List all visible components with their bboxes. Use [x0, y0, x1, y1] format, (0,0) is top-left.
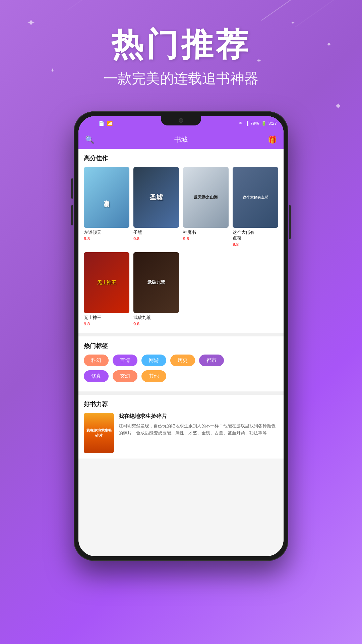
phone-wrapper: 📄 📶 👁 ▐ 79% 🔋 3:27 🔍 书城 🎁: [0, 111, 362, 561]
book-name-1: 圣墟: [133, 230, 179, 235]
search-button[interactable]: 🔍: [85, 136, 94, 144]
divider-1: [78, 333, 284, 336]
battery-percent: 79%: [250, 121, 259, 126]
book-cover-img-1: 圣墟: [133, 167, 179, 228]
tag-scifi[interactable]: 科幻: [84, 355, 109, 366]
book-list-info-0: 我在绝地求生捡碎片 江司明突然发现，自己玩的绝地求生跟别人的不一样！他能在游戏里…: [119, 413, 278, 437]
book-list-desc-0: 江司明突然发现，自己玩的绝地求生跟别人的不一样！他能在游戏里找到各种颜色的碎片，…: [119, 423, 278, 437]
book-score-0: 9.8: [84, 236, 129, 241]
phone-frame: 📄 📶 👁 ▐ 79% 🔋 3:27 🔍 书城 🎁: [74, 111, 288, 561]
main-title: 热门推荐: [0, 27, 362, 62]
book-grid-row2: 无上神王 无上神王 9.8 武破九荒: [84, 252, 278, 333]
book-score-2: 9.8: [183, 236, 229, 241]
phone-screen: 📄 📶 👁 ▐ 79% 🔋 3:27 🔍 书城 🎁: [78, 116, 284, 556]
tags-row-2: 修真 玄幻 其他: [84, 370, 278, 382]
nav-title: 书城: [174, 135, 188, 144]
file-icon: 📄: [99, 121, 104, 126]
book-item-1[interactable]: 圣墟 圣墟 9.8: [133, 167, 179, 247]
book-grid-row1: 左道倾天 左道倾天 9.8 圣墟: [84, 167, 278, 252]
book-item-4[interactable]: 无上神王 无上神王 9.8: [84, 252, 129, 326]
book-score-5: 9.8: [133, 321, 179, 326]
sub-title: 一款完美的连载追书神器: [0, 69, 362, 88]
book-cover-2: 反天游之山海: [183, 167, 229, 228]
battery-icon: 🔋: [261, 121, 266, 126]
screen-content[interactable]: 高分佳作 左道倾天 左道倾天 9.8: [78, 149, 284, 556]
hot-tags-section: 热门标签 科幻 言情 网游 历史 都市 修真 玄幻 其他: [78, 336, 284, 391]
tag-history[interactable]: 历史: [170, 355, 195, 366]
tag-game[interactable]: 网游: [141, 355, 166, 366]
tag-urban[interactable]: 都市: [199, 355, 224, 366]
book-name-5: 武破九荒: [133, 315, 179, 321]
hot-tags-title: 热门标签: [84, 342, 278, 350]
book-name-3: 这个大佬有点苟: [233, 230, 278, 241]
tag-xiu[interactable]: 修真: [84, 370, 109, 382]
book-cover-1: 圣墟: [133, 167, 179, 228]
time-display: 3:27: [268, 121, 277, 126]
book-name-0: 左道倾天: [84, 230, 129, 235]
book-score-1: 9.8: [133, 236, 179, 241]
book-cover-img-0: 左道倾天: [84, 167, 129, 228]
book-score-3: 9.8: [233, 242, 278, 247]
book-list-cover-0: 我在绝地求生捡碎片: [84, 413, 114, 453]
tag-fantasy[interactable]: 玄幻: [113, 370, 137, 382]
book-item-0[interactable]: 左道倾天 左道倾天 9.8: [84, 167, 129, 247]
camera: [179, 118, 183, 123]
status-left: 📄 📶: [99, 121, 113, 126]
wifi-icon: 📶: [107, 121, 113, 126]
good-books-title: 好书力荐: [84, 400, 278, 408]
high-score-title: 高分佳作: [84, 154, 278, 162]
book-score-4: 9.8: [84, 321, 129, 326]
sparkle-4: ✦: [334, 101, 342, 112]
notch: [161, 116, 201, 125]
book-item-5[interactable]: 武破九荒 武破九荒 9.8: [133, 252, 179, 326]
book-cover-img-4: 无上神王: [84, 252, 129, 313]
book-name-2: 神魔书: [183, 230, 229, 235]
volume-down-button: [71, 205, 73, 225]
tag-romance[interactable]: 言情: [113, 355, 137, 366]
gift-button[interactable]: 🎁: [268, 136, 277, 144]
status-right: 👁 ▐ 79% 🔋 3:27: [239, 121, 277, 126]
book-cover-5: 武破九荒: [133, 252, 179, 313]
book-cover-3: 这个太佬有点苟: [233, 167, 278, 228]
book-cover-img-2: 反天游之山海: [183, 167, 229, 228]
eye-icon: 👁: [239, 121, 243, 126]
book-cover-img-5: 武破九荒: [133, 252, 179, 313]
book-cover-4: 无上神王: [84, 252, 129, 313]
power-button: [289, 205, 291, 239]
book-item-2[interactable]: 反天游之山海 神魔书 9.8: [183, 167, 229, 247]
book-cover-img-3: 这个太佬有点苟: [233, 167, 278, 228]
book-list-title-0: 我在绝地求生捡碎片: [119, 413, 278, 420]
book-name-4: 无上神王: [84, 315, 129, 321]
signal-icon: ▐: [245, 121, 248, 126]
tags-row-1: 科幻 言情 网游 历史 都市: [84, 355, 278, 366]
book-cover-0: 左道倾天: [84, 167, 129, 228]
high-score-section: 高分佳作 左道倾天 左道倾天 9.8: [78, 149, 284, 333]
book-list-item-0[interactable]: 我在绝地求生捡碎片 我在绝地求生捡碎片 江司明突然发现，自己玩的绝地求生跟别人的…: [84, 413, 278, 453]
tag-other[interactable]: 其他: [141, 370, 166, 382]
header-section: 热门推荐 一款完美的连载追书神器: [0, 0, 362, 101]
good-books-section: 好书力荐 我在绝地求生捡碎片 我在绝地求生捡碎片 江司明突然发现，自己玩的绝地求…: [78, 395, 284, 459]
top-nav: 🔍 书城 🎁: [78, 131, 284, 149]
volume-up-button: [71, 178, 73, 199]
divider-2: [78, 391, 284, 395]
book-item-3[interactable]: 这个太佬有点苟 这个大佬有点苟 9.8: [233, 167, 278, 247]
